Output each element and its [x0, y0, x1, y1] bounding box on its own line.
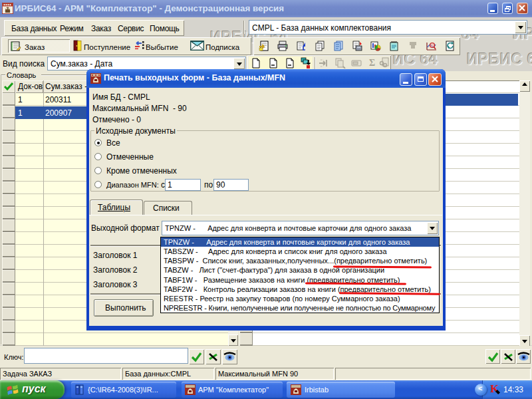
svg-text:Σ: Σ: [369, 58, 375, 68]
